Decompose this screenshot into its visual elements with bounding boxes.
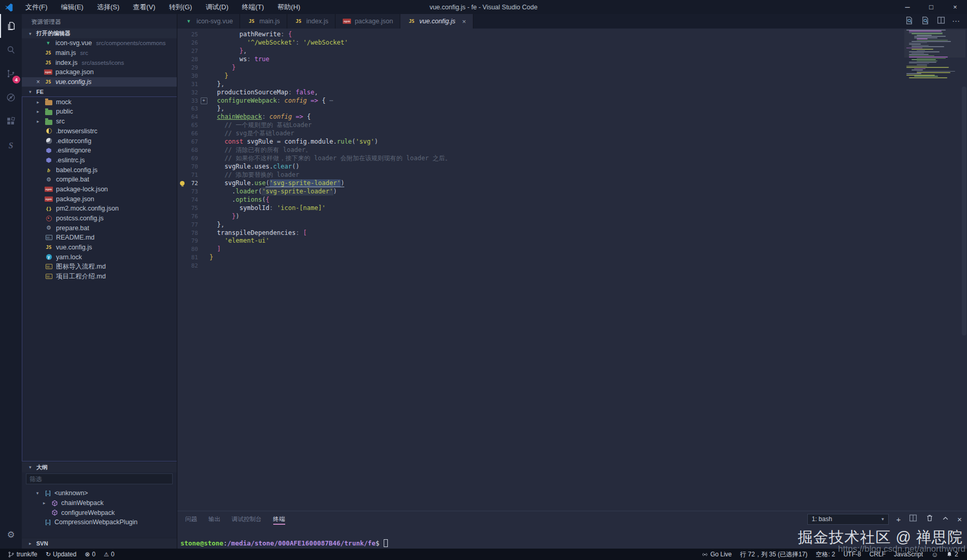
status-feedback[interactable]: ☺ [928,549,942,560]
tab-main.js[interactable]: JSmain.js [240,14,287,29]
outline-header[interactable]: ▾ 大纲 [22,461,177,472]
status-cursor-position[interactable]: 行 72，列 35 (已选择17) [736,549,811,560]
activity-svn-icon[interactable]: S [0,133,22,157]
tab-index.js[interactable]: JSindex.js [287,14,335,29]
status-warnings[interactable]: ⚠0 [100,549,118,560]
outline-item[interactable]: CompressionWebpackPlugin [22,517,177,527]
menu-item[interactable]: 文件(F) [19,0,54,14]
chevron-right-icon[interactable]: ▸ [37,119,44,124]
menu-item[interactable]: 查看(V) [126,0,162,14]
maximize-panel-icon[interactable] [942,514,949,524]
chevron-right-icon[interactable]: ▸ [43,500,50,506]
maximize-button[interactable]: □ [919,0,943,14]
close-icon[interactable]: × [462,18,466,25]
menu-item[interactable]: 选择(S) [90,0,126,14]
status-sync[interactable]: ↻Updated [42,549,80,560]
status-eol[interactable]: CRLF [866,549,889,560]
more-actions-icon[interactable]: ⋯ [952,17,960,26]
activity-search-icon[interactable] [0,38,22,62]
tree-item[interactable]: ▸mock [22,97,177,107]
gutter-glyph-margin [177,179,188,188]
tree-item[interactable]: .eslintrc.js [22,156,177,165]
tree-item[interactable]: M↓README.md [22,233,177,243]
close-button[interactable]: × [943,0,967,14]
search-editor-icon[interactable] [904,16,914,27]
new-terminal-icon[interactable]: + [896,515,901,523]
tree-item[interactable]: {}pm2.mock.config.json [22,204,177,214]
status-branch[interactable]: trunk/fe [4,549,41,560]
tab-icon-svg.vue[interactable]: ▼icon-svg.vue [177,14,240,29]
line-number: 33 [188,97,198,105]
tree-item[interactable]: postcss.config.js [22,214,177,223]
activity-debug-icon[interactable] [0,86,22,109]
open-editor-item[interactable]: ×JSvue.config.js [22,77,177,87]
terminal-picker[interactable]: 1: bash ▼ [807,514,889,525]
panel-tab-问题[interactable]: 问题 [185,512,197,527]
tree-item[interactable]: npmpackage-lock.json [22,185,177,194]
open-editor-item[interactable]: JSmain.jssrc [22,48,177,58]
activity-explorer-icon[interactable] [0,14,22,38]
status-encoding[interactable]: UTF-8 [840,549,865,560]
editor-scrollbar[interactable] [962,87,966,335]
status-language[interactable]: JavaScript [890,549,927,560]
close-icon[interactable]: × [36,78,44,86]
tree-item[interactable]: .eslintignore [22,146,177,156]
kill-terminal-icon[interactable] [926,514,934,524]
menu-item[interactable]: 编辑(E) [54,0,90,14]
split-editor-icon[interactable] [936,16,946,27]
lightbulb-icon[interactable] [180,181,185,186]
tab-vue.config.js[interactable]: JSvue.config.js× [400,14,473,29]
folder-root-header[interactable]: ▾ FE [22,87,177,96]
code-line: 33+configureWebpack: config => { ⋯ [177,97,967,105]
close-panel-icon[interactable]: × [957,515,962,523]
tree-item[interactable]: npmpackage.json [22,194,177,204]
status-errors[interactable]: ⊗0 [81,549,99,560]
outline-item[interactable]: ▾<unknown> [22,488,177,498]
outline-item[interactable]: ▸chainWebpack [22,498,177,508]
activity-settings-icon[interactable]: ⚙ [0,523,22,547]
tree-item[interactable]: bbabel.config.js [22,165,177,175]
chevron-down-icon[interactable]: ▾ [36,491,44,496]
split-terminal-icon[interactable] [908,513,918,525]
tree-item[interactable]: JSvue.config.js [22,243,177,253]
tree-item[interactable]: ⚙compile.bat [22,175,177,185]
panel-tab-调试控制台[interactable]: 调试控制台 [232,512,262,527]
outline-filter-input[interactable] [26,473,173,484]
tree-item[interactable]: M↓图标导入流程.md [22,262,177,272]
tree-item[interactable]: M↓项目工程介绍.md [22,272,177,282]
tree-item[interactable]: ▸public [22,107,177,117]
chevron-right-icon[interactable]: ▸ [37,100,44,105]
menu-item[interactable]: 调试(D) [199,0,235,14]
menu-item[interactable]: 帮助(H) [271,0,307,14]
tab-package.json[interactable]: npmpackage.json [335,14,400,29]
tree-item[interactable]: .browserslistrc [22,127,177,136]
menu-item[interactable]: 终端(T) [235,0,271,14]
outline-item[interactable]: configureWebpack [22,508,177,517]
activity-extensions-icon[interactable] [0,109,22,133]
status-indentation[interactable]: 空格: 2 [812,549,838,560]
tree-item[interactable]: yyarn.lock [22,252,177,262]
panel-tab-终端[interactable]: 终端 [273,512,285,527]
open-editor-item[interactable]: JSindex.jssrc/assets/icons [22,58,177,67]
open-editor-item[interactable]: ▼icon-svg.vuesrc/components/commons [22,38,177,48]
activity-source-control-icon[interactable]: 4 [0,62,22,86]
code-token: } [225,72,228,79]
status-go-live[interactable]: Go Live [698,549,735,560]
code-token: } [232,213,235,220]
menu-item[interactable]: 转到(G) [162,0,199,14]
search-history-icon[interactable] [920,16,930,27]
svn-section-header[interactable]: ▸ SVN [22,538,177,549]
tree-item[interactable]: ⚙prepare.bat [22,223,177,233]
minimap[interactable] [906,30,960,80]
fold-expand-icon[interactable]: + [201,97,207,104]
tree-item[interactable]: ▸src [22,117,177,127]
code-editor[interactable]: 25pathRewrite: {26'^/webSocket': '/webSo… [177,29,967,511]
open-editors-header[interactable]: ▾ 打开的编辑器 [22,29,177,38]
panel-tab-输出[interactable]: 输出 [208,512,220,527]
tree-item[interactable]: .editorconfig [22,136,177,146]
terminal[interactable]: stone@stone:/media/stone/000AFE1600087B4… [177,527,967,549]
open-editor-item[interactable]: npmpackage.json [22,67,177,77]
status-notifications[interactable]: 2 [943,549,962,560]
chevron-right-icon[interactable]: ▸ [37,109,44,114]
minimize-button[interactable]: ─ [895,0,919,14]
